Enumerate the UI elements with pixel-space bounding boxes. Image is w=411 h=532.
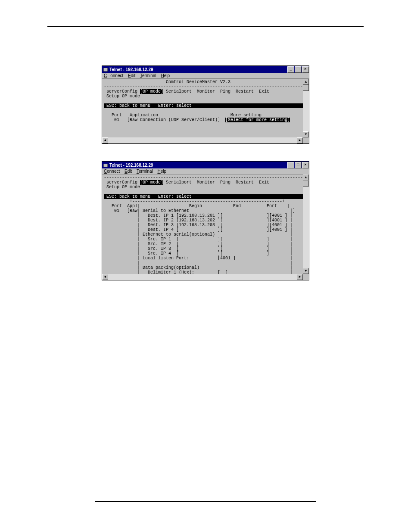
svg-rect-1 <box>103 67 108 68</box>
src-ip-2[interactable]: | Src. IP 2 [ ][ ] | <box>104 242 293 246</box>
top-rule <box>47 26 364 27</box>
nav-post: Serialport Monitor Ping Restart Exit <box>163 180 269 185</box>
hint-bar: ESC: back to menu Enter: select <box>104 103 303 108</box>
close-button[interactable]: × <box>302 162 309 168</box>
menu-terminal[interactable]: Terminal <box>137 169 153 174</box>
menu-help[interactable]: Help <box>157 169 166 174</box>
local-listen-port[interactable]: | Local listen Port: [4001 ] | <box>104 256 293 261</box>
scroll-right-icon[interactable]: ► <box>297 274 303 280</box>
scroll-down-icon[interactable]: ▼ <box>303 131 309 137</box>
nav-subtitle: Setup OP mode <box>104 185 140 190</box>
scroll-left-icon[interactable]: ◄ <box>102 274 108 280</box>
scroll-up-icon[interactable]: ▲ <box>303 174 309 180</box>
size-grip-icon[interactable] <box>303 274 309 280</box>
nav-pre: serverConfig <box>104 180 140 185</box>
data-packing-heading: | Data packing(optional) | <box>104 265 293 270</box>
rule-line: ----------------------------------------… <box>104 84 305 89</box>
minimize-button[interactable]: _ <box>287 162 294 168</box>
size-grip-icon[interactable] <box>303 137 309 143</box>
menu-connect[interactable]: Connect <box>104 169 120 174</box>
dest-ip-1[interactable]: | Dest. IP 1 [192.168.13.201 ][ ][4001 ]… <box>104 213 293 218</box>
titlebar[interactable]: Telnet - 192.168.12.29 _ □ × <box>102 66 309 73</box>
eth-to-serial-heading: | Ethernet to serial(optional) | <box>104 232 293 237</box>
menubar: Connect Edit Terminal Help <box>102 73 309 79</box>
scroll-thumb[interactable] <box>303 85 309 91</box>
src-ip-1[interactable]: | Src. IP 1 [ ][ ] | <box>104 237 293 242</box>
menu-terminal[interactable]: Terminal <box>140 73 156 78</box>
minimize-button[interactable]: _ <box>287 66 294 73</box>
hint-bar: ESC: back to menu Enter: select <box>104 194 303 199</box>
scroll-down-icon[interactable]: ▼ <box>303 268 309 274</box>
nav-pre: serverConfig <box>104 89 140 94</box>
horizontal-scrollbar[interactable]: ◄ ► <box>102 137 303 143</box>
dest-ip-4[interactable]: | Dest. IP 4 [ ][ ][4001 ] | <box>104 227 293 232</box>
menu-edit[interactable]: Edit <box>125 169 132 174</box>
nav-selected-opmode[interactable]: [OP mode] <box>140 180 163 185</box>
row-pre: 01 [Raw Connection (UDP Server/Client)] <box>104 118 225 122</box>
dest-ip-2[interactable]: | Dest. IP 2 [192.168.13.202 ][ ][4001 ]… <box>104 218 293 223</box>
close-button[interactable]: × <box>302 66 309 73</box>
dest-ip-3[interactable]: | Dest. IP 3 [192.168.13.203 ][ ][4001 ]… <box>104 223 293 227</box>
vertical-scrollbar[interactable]: ▲ ▼ <box>303 79 309 137</box>
svg-rect-3 <box>103 163 108 164</box>
more-setting-selected[interactable]: [Select for more setting] <box>225 118 290 122</box>
terminal-output[interactable]: Comtrol DeviceMaster V2.3 --------------… <box>102 79 309 143</box>
src-ip-3[interactable]: | Src. IP 3 [ ][ ] | <box>104 246 293 251</box>
bottom-rule <box>95 501 316 502</box>
maximize-button[interactable]: □ <box>295 66 302 73</box>
rule-line: ----------------------------------------… <box>104 175 305 180</box>
column-headers: Port Application More setting <box>104 113 262 118</box>
terminal-output[interactable]: ----------------------------------------… <box>102 174 309 280</box>
menu-help[interactable]: Help <box>161 73 170 78</box>
scroll-right-icon[interactable]: ► <box>297 137 303 143</box>
nav-post: Serialport Monitor Ping Restart Exit <box>163 89 269 94</box>
maximize-button[interactable]: □ <box>295 162 302 168</box>
scroll-thumb[interactable] <box>303 180 309 187</box>
menu-connect[interactable]: Connect <box>104 73 123 78</box>
banner-line: Comtrol DeviceMaster V2.3 <box>104 80 230 84</box>
scroll-left-icon[interactable]: ◄ <box>102 137 108 143</box>
titlebar[interactable]: Telnet - 192.168.12.29 _ □ × <box>102 162 309 168</box>
header-line-2: 01 [Raw| Serial to Ethernet |] <box>104 208 295 213</box>
nav-selected-opmode[interactable]: [OP mode] <box>140 89 163 94</box>
scroll-up-icon[interactable]: ▲ <box>303 79 309 85</box>
vertical-scrollbar[interactable]: ▲ ▼ <box>303 174 309 274</box>
header-line-1: Port Appl| Begin End Port | <box>104 204 290 208</box>
blank-line: | | <box>104 261 293 265</box>
src-ip-4[interactable]: | Src. IP 4 [ ][ ] | <box>104 251 293 256</box>
app-icon <box>103 67 108 72</box>
box-top: +---------------------------------------… <box>104 199 285 204</box>
window-title: Telnet - 192.168.12.29 <box>109 163 287 168</box>
menu-edit[interactable]: Edit <box>128 73 135 78</box>
telnet-window-2: Telnet - 192.168.12.29 _ □ × Connect Edi… <box>102 161 309 280</box>
nav-subtitle: Setup OP mode <box>104 94 140 99</box>
horizontal-scrollbar[interactable]: ◄ ► <box>102 274 303 280</box>
app-icon <box>103 162 108 168</box>
telnet-window-1: Telnet - 192.168.12.29 _ □ × Connect Edi… <box>102 65 309 144</box>
menubar: Connect Edit Terminal Help <box>102 168 309 174</box>
window-title: Telnet - 192.168.12.29 <box>109 67 287 72</box>
